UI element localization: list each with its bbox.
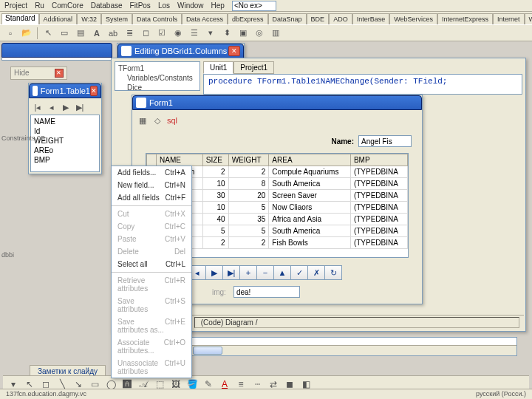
scrollbar-icon[interactable]: ⬍: [221, 27, 233, 39]
ctx-delete[interactable]: DeleteDel: [112, 245, 191, 258]
ds-input[interactable]: [233, 286, 300, 298]
tab-project[interactable]: Project1: [233, 61, 274, 74]
hide-caption: Hide✕: [10, 66, 67, 80]
groupbox-icon[interactable]: ▣: [237, 27, 249, 39]
palette-tab[interactable]: Additional: [39, 13, 78, 24]
radiogroup-icon[interactable]: ◎: [253, 27, 265, 39]
ctx-save-attr-as[interactable]: Save attributes as...Ctrl+E: [112, 316, 191, 336]
col-header[interactable]: AREA: [269, 154, 351, 166]
menu-item[interactable]: Hep: [211, 1, 225, 10]
panel-icon[interactable]: ▤: [75, 27, 86, 39]
close-icon[interactable]: ✕: [228, 46, 240, 56]
menu-item[interactable]: Ru: [35, 1, 44, 10]
field-item[interactable]: BMP: [33, 155, 98, 165]
palette-tab[interactable]: InternetExpress: [437, 13, 493, 24]
scrollbar-thumb[interactable]: [193, 347, 222, 355]
checkbox-icon[interactable]: ☑: [156, 27, 168, 39]
close-icon[interactable]: ✕: [90, 86, 98, 96]
main-toolbar: ▫ 📂 ↖ ▭ ▤ A ab ≣ ◻ ☑ ◉ ☰ ▾ ⬍ ▣ ◎ ▥: [0, 25, 532, 41]
palette-tab[interactable]: WebSna: [525, 13, 532, 24]
table-icon[interactable]: ▦: [137, 115, 149, 126]
palette-tab[interactable]: dbExpress: [228, 13, 268, 24]
ctx-new-field[interactable]: New field...Ctrl+N: [112, 179, 191, 191]
fields-editor-window[interactable]: Form1.Table1 ✕ |◂ ◂ ▶ ▶| NAME Id WEIGHT …: [28, 83, 102, 174]
menu-item[interactable]: Database: [91, 1, 123, 10]
ctx-unassoc-attr[interactable]: Unassociate attributesCtrl+U: [112, 357, 191, 378]
prev-icon[interactable]: ◂: [46, 101, 58, 113]
listbox-icon[interactable]: ☰: [188, 27, 200, 39]
ctx-paste[interactable]: PasteCtrl+V: [112, 233, 191, 245]
ctx-select-all[interactable]: Select allCtrl+L: [112, 258, 191, 270]
form-titlebar[interactable]: Form1: [132, 95, 422, 110]
menu-item[interactable]: Los: [158, 1, 170, 10]
label-icon[interactable]: A: [91, 27, 103, 39]
ctx-assoc-attr[interactable]: Associate attributes...Ctrl+O: [112, 336, 191, 357]
ctx-cut[interactable]: CutCtrl+X: [112, 208, 191, 220]
field-item[interactable]: AREo: [33, 146, 98, 155]
close-icon[interactable]: ✕: [55, 69, 64, 78]
memo-icon[interactable]: ≣: [123, 27, 135, 39]
next-icon[interactable]: ▶: [60, 101, 72, 113]
nav-insert[interactable]: +: [239, 265, 257, 280]
ctx-retrieve-attr[interactable]: Retrieve attributesCtrl+R: [112, 274, 191, 295]
fields-editor-titlebar[interactable]: Form1.Table1 ✕: [29, 83, 101, 98]
menu-filter-input[interactable]: [232, 1, 276, 11]
palette-tab[interactable]: DataSnap: [268, 13, 307, 24]
col-header[interactable]: BMP: [350, 154, 407, 166]
datasource-icon[interactable]: ◇: [151, 115, 163, 126]
tab-unit[interactable]: Unit1: [203, 61, 233, 74]
ctx-add-fields[interactable]: Add fields...Ctrl+A: [112, 166, 191, 179]
palette-tab[interactable]: WebServices: [389, 13, 437, 24]
structure-tree[interactable]: TForm1 Variables/Constants Dice: [115, 61, 200, 91]
unit-tabs: Unit1 Project1: [203, 61, 522, 74]
fields-list[interactable]: NAME Id WEIGHT AREo BMP: [30, 115, 100, 172]
ctx-copy[interactable]: CopyCtrl+C: [112, 220, 191, 233]
name-input[interactable]: [358, 135, 412, 147]
palette-tab[interactable]: ADO: [329, 13, 352, 24]
palette-tab[interactable]: Internet: [493, 13, 525, 24]
palette-tab[interactable]: Data Access: [182, 13, 228, 24]
palette-tab[interactable]: InterBase: [352, 13, 390, 24]
menu-item[interactable]: Project: [4, 1, 27, 10]
palette-tab[interactable]: W:32: [77, 13, 101, 24]
nav-edit[interactable]: ▲: [273, 265, 291, 280]
menu-item[interactable]: ComCore: [52, 1, 83, 10]
frame-icon[interactable]: ▭: [58, 27, 70, 39]
arrow-icon[interactable]: ↖: [42, 27, 54, 39]
first-icon[interactable]: |◂: [32, 101, 44, 113]
tree-node[interactable]: Variables/Constants: [117, 73, 198, 83]
combo-icon[interactable]: ▾: [205, 27, 216, 39]
open-icon[interactable]: 📂: [21, 27, 33, 39]
main-menu[interactable]: Project Ru ComCore Database FitPos Los W…: [0, 0, 532, 12]
col-header[interactable]: SIZE: [202, 154, 228, 166]
panel2-icon[interactable]: ▥: [270, 27, 282, 39]
tree-node[interactable]: Dice: [117, 83, 198, 92]
field-item[interactable]: NAME: [33, 117, 98, 126]
col-header[interactable]: WEIGHT: [228, 154, 269, 166]
palette-tab[interactable]: BDE: [307, 13, 330, 24]
new-icon[interactable]: ▫: [4, 27, 16, 39]
radio-icon[interactable]: ◉: [172, 27, 184, 39]
palette-tab[interactable]: System: [101, 13, 132, 24]
code-line[interactable]: procedure TForm1.Table1NAMEChange(Sender…: [203, 74, 522, 95]
tree-node[interactable]: TForm1: [117, 64, 198, 73]
nav-next[interactable]: ▶: [205, 265, 223, 280]
palette-tab[interactable]: Data Controls: [132, 13, 182, 24]
nav-cancel[interactable]: ✗: [307, 265, 325, 280]
col-header[interactable]: NAME: [157, 154, 203, 166]
ctx-save-attr[interactable]: Save attributesCtrl+S: [112, 295, 191, 316]
edit-icon[interactable]: ab: [107, 27, 119, 39]
query-icon[interactable]: sql: [166, 115, 178, 126]
button-icon[interactable]: ◻: [140, 27, 151, 39]
nav-post[interactable]: ✓: [290, 265, 308, 280]
menu-item[interactable]: FitPos: [130, 1, 151, 10]
palette-selector[interactable]: Standard: [1, 13, 39, 25]
menu-item[interactable]: Window: [177, 1, 204, 10]
nav-refresh[interactable]: ↻: [324, 265, 342, 280]
fields-context-menu[interactable]: Add fields...Ctrl+A New field...Ctrl+N A…: [111, 166, 192, 378]
last-icon[interactable]: ▶|: [74, 101, 86, 113]
ctx-add-all[interactable]: Add all fieldsCtrl+F: [112, 191, 191, 204]
nav-delete[interactable]: −: [256, 265, 274, 280]
nav-last[interactable]: ▶|: [222, 265, 240, 280]
columns-editor-titlebar[interactable]: Editing DBGrid1.Columns ✕: [117, 44, 244, 58]
